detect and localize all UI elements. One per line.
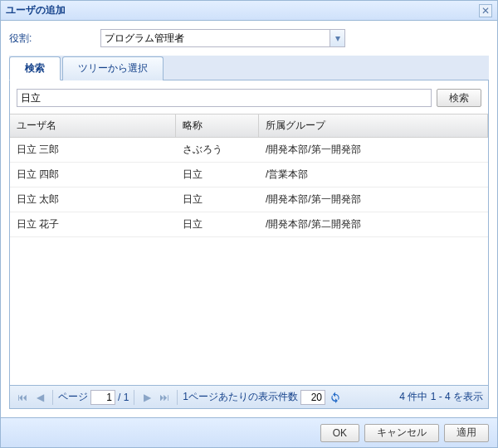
apply-button[interactable]: 適用	[444, 424, 489, 442]
cancel-button[interactable]: キャンセル	[364, 424, 439, 442]
cell-user: 日立 四郎	[10, 163, 176, 187]
tab-tree-select[interactable]: ツリーから選択	[62, 56, 164, 80]
cell-group: /開発本部/第一開発部	[259, 138, 488, 162]
cell-abbr: 日立	[176, 163, 259, 187]
dialog-footer: OK キャンセル 適用	[1, 417, 497, 447]
search-input[interactable]	[17, 89, 432, 107]
tab-search-panel: 検索 ユーザ名 略称 所属グループ 日立 三郎さぶろう/開発本部/第一開発部日立…	[9, 80, 489, 409]
search-bar: 検索	[10, 80, 488, 114]
role-row: 役割: ▾	[9, 29, 489, 47]
tab-strip: 検索 ツリーから選択	[9, 56, 489, 80]
window-title: ユーザの追加	[6, 3, 479, 17]
grid-header: ユーザ名 略称 所属グループ	[10, 114, 488, 138]
prev-page-icon: ◀	[32, 390, 47, 405]
last-page-icon: ⏭	[157, 390, 172, 405]
cell-user: 日立 花子	[10, 212, 176, 236]
cell-abbr: さぶろう	[176, 138, 259, 162]
col-header-user[interactable]: ユーザ名	[10, 114, 176, 137]
search-button[interactable]: 検索	[437, 89, 481, 107]
per-page-input[interactable]	[300, 390, 325, 405]
page-label: ページ	[58, 390, 88, 404]
cell-group: /営業本部	[259, 163, 488, 187]
next-page-icon: ▶	[139, 390, 154, 405]
pager-status: 4 件中 1 - 4 を表示	[399, 390, 483, 404]
role-select-input[interactable]	[100, 29, 345, 47]
close-icon[interactable]: ✕	[479, 4, 492, 17]
refresh-icon[interactable]	[328, 390, 343, 405]
divider	[177, 390, 178, 405]
pager: ⏮ ◀ ページ / 1 ▶ ⏭ 1ページあたりの表示件数 4 件中 1 - 4 …	[10, 385, 488, 408]
col-header-abbr[interactable]: 略称	[176, 114, 259, 137]
role-select[interactable]: ▾	[100, 29, 345, 47]
ok-button[interactable]: OK	[320, 424, 359, 442]
content: 役割: ▾ 検索 ツリーから選択 検索 ユーザ名 略称 所属グループ 日立 三郎	[1, 21, 497, 417]
table-row[interactable]: 日立 太郎日立/開発本部/第一開発部	[10, 187, 488, 212]
page-input[interactable]	[90, 390, 115, 405]
chevron-down-icon[interactable]: ▾	[330, 30, 344, 46]
table-row[interactable]: 日立 三郎さぶろう/開発本部/第一開発部	[10, 138, 488, 163]
table-row[interactable]: 日立 四郎日立/営業本部	[10, 163, 488, 187]
cell-user: 日立 三郎	[10, 138, 176, 162]
per-page-label: 1ページあたりの表示件数	[183, 390, 298, 404]
grid-body: 日立 三郎さぶろう/開発本部/第一開発部日立 四郎日立/営業本部日立 太郎日立/…	[10, 138, 488, 385]
role-label: 役割:	[9, 32, 92, 46]
page-total: / 1	[118, 392, 129, 403]
first-page-icon: ⏮	[15, 390, 30, 405]
table-row[interactable]: 日立 花子日立/開発本部/第二開発部	[10, 212, 488, 237]
divider	[52, 390, 53, 405]
divider	[134, 390, 134, 405]
titlebar: ユーザの追加 ✕	[1, 1, 497, 21]
results-grid: ユーザ名 略称 所属グループ 日立 三郎さぶろう/開発本部/第一開発部日立 四郎…	[10, 114, 488, 385]
cell-group: /開発本部/第二開発部	[259, 212, 488, 236]
tab-search[interactable]: 検索	[9, 56, 61, 80]
col-header-group[interactable]: 所属グループ	[259, 114, 488, 137]
dialog-add-user: ユーザの追加 ✕ 役割: ▾ 検索 ツリーから選択 検索 ユーザ名 略称	[0, 0, 498, 448]
cell-abbr: 日立	[176, 187, 259, 212]
cell-user: 日立 太郎	[10, 187, 176, 212]
cell-abbr: 日立	[176, 212, 259, 236]
cell-group: /開発本部/第一開発部	[259, 187, 488, 212]
